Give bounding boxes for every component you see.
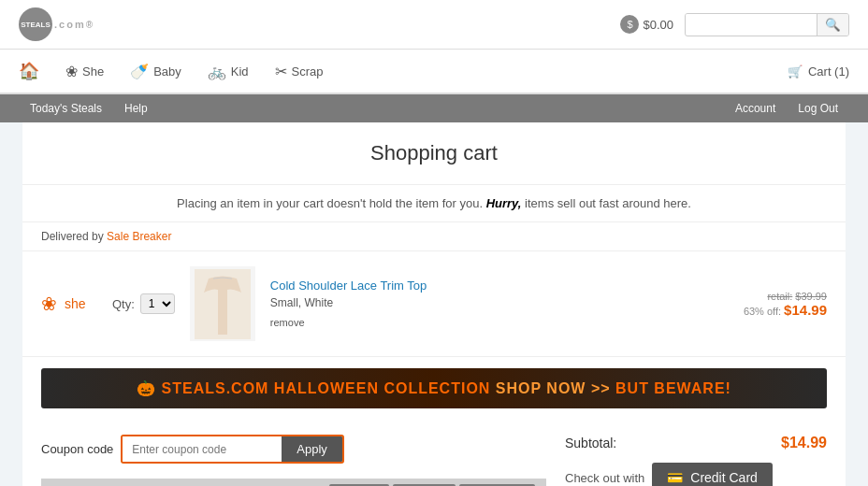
cart-button[interactable]: 🛒 Cart (1) [788,64,849,79]
notice-highlight: Hurry, [486,196,522,210]
logo-letters: STEALS [21,21,51,29]
delivered-by: Delivered by Sale Breaker [22,222,846,251]
brand-section: ❀ she [41,293,97,315]
subtotal-label: Subtotal: [565,436,616,450]
product-img-placeholder [195,269,251,339]
coupon-input-wrapper: Apply [121,435,344,464]
remove-link[interactable]: remove [270,317,305,328]
sub-nav-steals[interactable]: Today's Steals [19,94,113,122]
price-section: retail: $39.99 63% off: $14.99 [744,291,827,318]
logo-suffix: .com [54,19,86,30]
subtotal-row: Subtotal: $14.99 [565,435,827,451]
product-name-link[interactable]: Cold Shoulder Lace Trim Top [270,279,729,293]
home-icon[interactable]: 🏠 [19,50,52,93]
header-right: $ $0.00 🔍 [620,13,849,36]
discount-row: 63% off: $14.99 [744,302,827,318]
coupon-label: Coupon code [41,442,113,456]
kid-icon: 🚲 [208,63,226,80]
halloween-banner[interactable]: 🎃 STEALS.COM HALLOWEEN COLLECTION SHOP N… [41,368,827,408]
nav-item-kid[interactable]: 🚲 Kid [195,51,262,92]
sub-nav-logout[interactable]: Log Out [787,94,849,122]
top-header: STEALS .com ® $ $0.00 🔍 [0,0,868,50]
search-input[interactable] [686,14,817,35]
main-nav: 🏠 ❀ She 🍼 Baby 🚲 Kid ✂ Scrap 🛒 Cart (1) [0,50,868,94]
logo: STEALS .com ® [19,7,94,41]
bottom-section: Coupon code Apply Shipping Rates Cont. U… [22,420,846,486]
she-icon: ❀ [65,63,78,80]
credit-card-icon: 💳 [667,470,683,485]
left-section: Coupon code Apply Shipping Rates Cont. U… [41,435,546,486]
page-title: Shopping cart [22,122,846,185]
cart-label: Cart (1) [808,64,849,79]
search-button[interactable]: 🔍 [817,14,848,36]
logo-circle: STEALS [19,7,52,41]
search-box[interactable]: 🔍 [685,13,849,36]
brand-label: she [65,296,86,311]
right-section: Subtotal: $14.99 Check out with 💳 Credit… [565,435,827,486]
qty-label: Qty: [112,297,135,311]
nav-she-label: She [82,64,104,79]
retail-label: retail: [767,291,792,302]
balance-amount: $0.00 [643,18,673,32]
cart-row: ❀ she Qty: 1 2 3 Cold Shoulder Lace Trim [22,251,846,357]
product-image [190,266,255,341]
product-info: Cold Shoulder Lace Trim Top Small, White… [270,279,729,329]
dollar-icon: $ [620,15,639,34]
retail-amount: $39.99 [795,291,827,302]
apply-button[interactable]: Apply [282,436,342,462]
nav-item-scrap[interactable]: ✂ Scrap [262,51,337,92]
balance-display: $ $0.00 [620,15,673,34]
discount-label: 63% off: [744,306,781,317]
qty-section: Qty: 1 2 3 [112,293,175,314]
shop-now-text: SHOP NOW >> [496,380,611,396]
subtotal-amount: $14.99 [781,435,827,451]
main-content: Shopping cart Placing an item in your ca… [22,122,846,486]
coupon-input[interactable] [123,436,282,462]
qty-select[interactable]: 1 2 3 [140,293,175,314]
notice-after: items sell out fast around here. [525,196,691,210]
but-beware-text: BUT BEWARE! [615,380,731,396]
nav-item-baby[interactable]: 🍼 Baby [117,51,195,92]
halloween-text: 🎃 STEALS.COM HALLOWEEN COLLECTION SHOP N… [137,380,731,396]
nav-item-she[interactable]: ❀ She [52,51,117,92]
sale-price: $14.99 [784,302,827,318]
sub-nav-account[interactable]: Account [724,94,787,122]
checkout-label-row: Check out with 💳 Credit Card [565,463,827,486]
cart-icon: 🛒 [788,64,803,79]
coupon-row: Coupon code Apply [41,435,546,464]
nav-kid-label: Kid [231,64,249,79]
credit-card-button[interactable]: 💳 Credit Card [652,463,773,486]
credit-card-label: Credit Card [690,470,758,485]
sub-nav-right: Account Log Out [724,94,849,122]
sale-breaker-link[interactable]: Sale Breaker [107,230,171,243]
logo-registered: ® [86,20,94,30]
product-variant: Small, White [270,296,729,309]
cart-notice: Placing an item in your cart doesn't hol… [22,185,846,222]
brand-flower-icon: ❀ [41,293,57,315]
shipping-section: Shipping Rates Cont. US AK/HI/PR Interna… [41,479,546,486]
sub-nav: Today's Steals Help Account Log Out [0,94,868,122]
shipping-header: Shipping Rates Cont. US AK/HI/PR Interna… [41,479,546,486]
scrap-icon: ✂ [275,63,287,80]
checkout-label: Check out with [565,471,644,485]
notice-before: Placing an item in your cart doesn't hol… [177,196,483,210]
nav-baby-label: Baby [153,64,181,79]
sub-nav-help[interactable]: Help [113,94,159,122]
retail-price: retail: $39.99 [744,291,827,302]
nav-scrap-label: Scrap [292,64,324,79]
baby-icon: 🍼 [130,63,149,80]
delivered-by-prefix: Delivered by [41,230,104,243]
